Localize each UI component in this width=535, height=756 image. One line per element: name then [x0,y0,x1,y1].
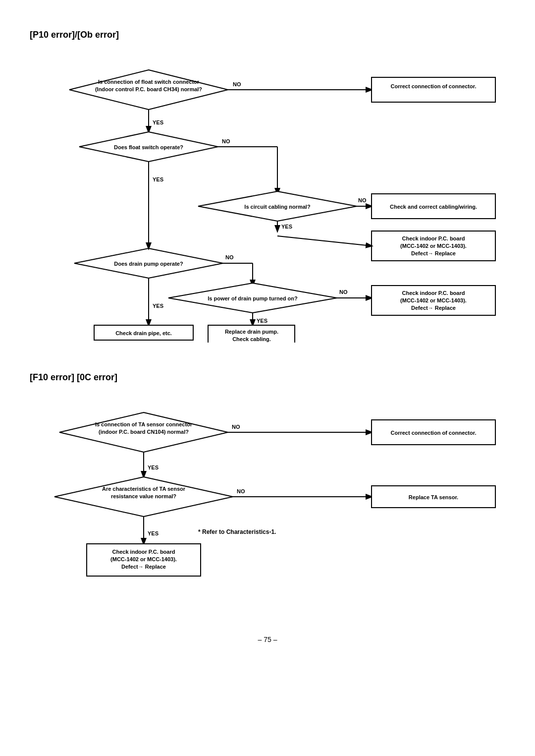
svg-text:NO: NO [358,197,367,203]
svg-text:Check cabling.: Check cabling. [232,336,271,342]
svg-text:Defect→ Replace: Defect→ Replace [411,250,456,256]
svg-text:* Refer to Characteristics-1.: * Refer to Characteristics-1. [198,528,276,535]
svg-text:Does drain pump operate?: Does drain pump operate? [114,261,183,267]
svg-text:Replace TA sensor.: Replace TA sensor. [409,494,458,500]
svg-text:NO: NO [225,254,234,260]
svg-text:Defect→ Replace: Defect→ Replace [121,564,166,570]
svg-text:YES: YES [153,119,163,125]
svg-text:Correct connection of connecto: Correct connection of connector. [391,83,477,89]
svg-text:NO: NO [237,488,245,494]
svg-text:YES: YES [148,465,159,470]
svg-text:YES: YES [153,303,163,309]
svg-text:(MCC-1402 or MCC-1403).: (MCC-1402 or MCC-1403). [400,297,467,303]
svg-marker-0 [69,70,228,110]
svg-rect-47 [94,325,193,340]
section-title-f10: [F10 error] [0C error] [30,372,505,383]
svg-marker-35 [168,283,337,313]
svg-text:Defect→ Replace: Defect→ Replace [411,305,456,311]
svg-rect-57 [372,420,495,445]
svg-text:(MCC-1402 or MCC-1403).: (MCC-1402 or MCC-1403). [400,243,467,249]
f10-flowchart: Is connection of TA sensor connector (in… [30,398,505,606]
svg-marker-29 [74,248,223,278]
svg-text:Check and correct cabling/wiri: Check and correct cabling/wiring. [390,204,477,210]
svg-text:YES: YES [153,176,163,182]
svg-rect-71 [87,544,201,576]
svg-text:Replace drain pump.: Replace drain pump. [225,329,278,335]
p10-flowchart: Is connection of float switch connector … [30,55,505,343]
svg-text:Is connection of float switch : Is connection of float switch connector [98,79,200,85]
svg-rect-39 [372,286,495,315]
svg-line-28 [277,236,372,246]
svg-text:resistance value normal?: resistance value normal? [111,493,176,499]
svg-text:Check drain pipe, etc.: Check drain pipe, etc. [115,330,172,336]
svg-marker-9 [79,132,218,162]
svg-rect-66 [372,486,495,508]
svg-rect-24 [372,231,495,261]
svg-text:NO: NO [233,81,241,87]
svg-text:Is circuit cabling normal?: Is circuit cabling normal? [244,204,311,210]
svg-text:NO: NO [222,138,230,144]
section-title-p10: [P10 error]/[Ob error] [30,30,505,40]
svg-text:YES: YES [148,530,159,536]
svg-text:(MCC-1402 or MCC-1403).: (MCC-1402 or MCC-1403). [110,556,177,562]
svg-text:YES: YES [281,224,292,230]
svg-text:Check indoor P.C. board: Check indoor P.C. board [112,549,175,555]
svg-rect-49 [208,325,295,343]
svg-text:YES: YES [257,318,268,324]
svg-text:Is connection of TA sensor con: Is connection of TA sensor connector [95,421,193,427]
svg-text:Does float switch operate?: Does float switch operate? [114,144,183,150]
page-number: – 75 – [30,636,505,643]
svg-text:Are characteristics of TA sens: Are characteristics of TA sensor [102,486,186,492]
svg-text:Is power of drain pump turned : Is power of drain pump turned on? [208,295,298,301]
svg-text:(indoor P.C. board CN104) norm: (indoor P.C. board CN104) normal? [99,429,189,435]
svg-text:Check indoor P.C. board: Check indoor P.C. board [402,290,465,296]
svg-rect-7 [372,77,495,102]
svg-text:Correct connection of connecto: Correct connection of connector. [391,430,477,436]
svg-text:(Indoor control P.C. board CH3: (Indoor control P.C. board CH34) normal? [95,86,202,92]
svg-rect-20 [372,194,495,219]
page: [P10 error]/[Ob error] Is connection of … [0,0,535,683]
svg-text:NO: NO [232,424,240,430]
svg-marker-61 [54,477,233,517]
svg-text:Check indoor P.C. board: Check indoor P.C. board [402,235,465,241]
svg-text:NO: NO [339,289,348,295]
svg-marker-16 [198,191,357,221]
svg-marker-52 [59,412,228,452]
